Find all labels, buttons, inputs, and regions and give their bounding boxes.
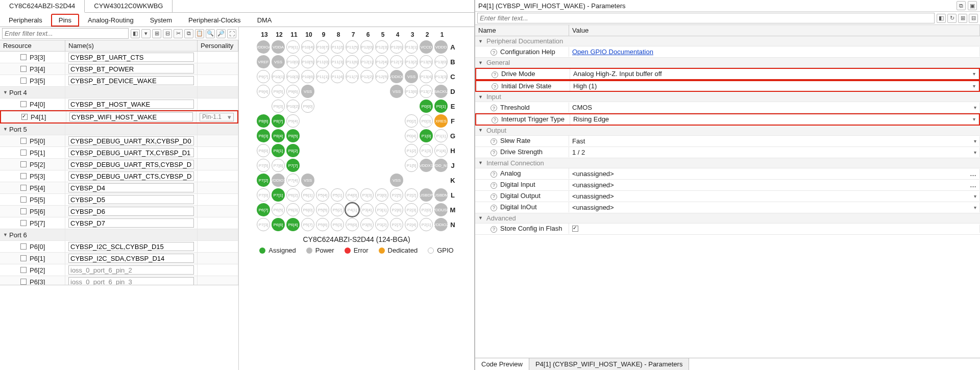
bga-pad[interactable]: P10[5] [301,55,314,68]
bga-pad[interactable]: P13[6] [405,85,418,98]
pin-personality[interactable] [198,194,238,205]
bga-pad[interactable]: P3[5] [360,218,374,231]
bga-pad[interactable]: P1[5] [405,159,418,172]
bga-pad[interactable]: P11[7] [346,70,359,83]
pin-resource[interactable]: P6[1] [0,253,65,264]
pin-name-cell[interactable] [65,182,198,193]
bga-pad[interactable]: P7[7] [286,159,300,172]
bga-pad[interactable]: VSS [301,174,314,187]
bga-pad[interactable]: P5[5] [316,203,329,216]
bga-pad[interactable]: P7[5] [257,159,270,172]
device-tab[interactable]: CYW43012C0WKWBG [85,0,173,12]
bga-pad[interactable]: P2[2] [405,188,418,202]
cat-tab-pins[interactable]: Pins [51,14,79,27]
pin-name-cell[interactable] [65,264,198,276]
pin-personality[interactable] [198,217,238,229]
pin-personality[interactable] [198,52,238,63]
pin-resource[interactable]: P6[2] [0,264,65,276]
zoom-out-icon[interactable]: 🔎 [216,29,226,38]
pin-name-cell[interactable] [65,253,198,264]
bga-pad[interactable]: P9[3] [272,100,285,113]
bga-pad[interactable]: P2[3] [405,203,418,216]
param-value[interactable]: <unassigned>▾ [569,191,980,201]
pin-name-cell[interactable] [65,75,198,86]
pin-personality[interactable] [198,159,238,170]
bga-pad[interactable]: VSS [405,70,418,83]
bga-pad[interactable]: VBACKUP [434,85,448,98]
cat-tab-peripherals[interactable]: Peripherals [1,14,50,27]
maximize-icon[interactable]: ⧉ [957,1,966,10]
param-group[interactable]: ▼Output [475,126,980,136]
pin-resource[interactable]: P5[6] [0,206,65,217]
restore-icon[interactable]: ▣ [968,1,977,10]
pin-resource[interactable]: P5[2] [0,159,65,170]
bga-pad[interactable]: VDD_NS [434,159,448,172]
bga-pad[interactable]: VSS [390,85,403,98]
bga-pad[interactable]: P7[2] [257,174,270,187]
bga-pad[interactable]: VREF [257,55,270,68]
pin-personality[interactable] [198,75,238,86]
pin-resource[interactable]: P5[5] [0,194,65,205]
chevron-down-icon[interactable]: ▾ [973,116,975,122]
pin-resource[interactable]: P4[0] [0,98,65,110]
pin-resource[interactable]: P3[3] [0,52,65,63]
bga-pad[interactable]: P9[6] [286,85,300,98]
col-resource[interactable]: Resource [0,40,65,51]
param-value[interactable]: High (1)▾ [570,81,979,91]
bga-pad[interactable]: P2[4] [405,218,418,231]
cat-tab-peripheral-clocks[interactable]: Peripheral-Clocks [181,14,249,27]
bga-pad[interactable]: P12[5] [375,70,388,83]
bga-pad[interactable]: P3[2] [375,218,388,231]
chevron-down-icon[interactable]: ▾ [973,71,975,77]
param-value[interactable]: Analog High-Z. Input buffer off▾ [570,69,979,79]
bga-pad[interactable]: P9[1] [286,40,300,54]
bga-pad[interactable]: VDDIOA [257,40,270,54]
chevron-down-icon[interactable]: ▾ [974,205,976,210]
cat-tab-analog-routing[interactable]: Analog-Routing [80,14,141,27]
bga-pad[interactable]: P11[1] [316,70,329,83]
bga-pad[interactable]: P13[2] [405,55,418,68]
bga-pad[interactable]: P4[1] [346,203,359,216]
param-filter-input[interactable] [477,13,935,23]
bga-pad[interactable]: P7[0] [257,188,270,202]
eraser-icon[interactable]: ◧ [131,29,140,38]
chevron-down-icon[interactable]: ▾ [974,150,976,155]
pin-name-cell[interactable] [65,170,198,182]
bga-pad[interactable]: P9[0] [301,100,314,113]
bga-pad[interactable]: VDDD [434,40,448,54]
pin-name-cell[interactable] [65,159,198,170]
param-group[interactable]: ▼General [475,58,980,68]
param-value[interactable]: <unassigned>… [569,169,980,179]
bga-pad[interactable]: P5[7] [301,218,314,231]
bga-pad[interactable]: VDDIO2 [434,218,448,231]
pin-resource[interactable]: P3[4] [0,63,65,75]
bga-pad[interactable]: P5[0] [346,218,359,231]
pin-personality[interactable] [198,241,238,252]
bga-pad[interactable]: VDDUSB [434,203,448,216]
pin-personality[interactable] [198,182,238,193]
pin-name-cell[interactable] [65,52,198,63]
col-name[interactable]: Name(s) [65,40,198,51]
param-group[interactable]: ▼Advanced [475,213,980,224]
bga-pad[interactable]: P11[5] [346,40,359,54]
pin-filter-input[interactable] [2,28,129,39]
param-collapse-icon[interactable]: ⊟ [969,14,978,23]
bga-pad[interactable]: VCCD [420,40,433,54]
bga-pad[interactable]: P13[3] [434,70,448,83]
param-group[interactable]: ▼Peripheral Documentation [475,36,980,46]
param-value[interactable]: <unassigned>▾ [569,203,980,212]
pin-name-cell[interactable] [65,135,198,146]
chevron-down-icon[interactable]: ▾ [974,138,976,144]
bga-pad[interactable]: P9[7] [257,70,270,83]
bga-pad[interactable]: P7[1] [272,188,285,202]
bga-pad[interactable]: P2[1] [420,218,433,231]
bga-pad[interactable]: P12[7] [390,55,403,68]
bga-pad[interactable]: P8[3] [257,129,270,142]
bga-pad[interactable]: P13[5] [420,55,433,68]
port-group[interactable]: ▼Port 5 [0,124,65,135]
bga-pad[interactable]: P6[6] [272,218,285,231]
param-value[interactable]: Rising Edge▾ [570,114,979,124]
device-tab[interactable]: CY8C624ABZI-S2D44 [0,0,85,13]
bga-pad[interactable]: P6[2] [286,188,300,202]
bga-pad[interactable]: P12[6] [390,40,403,54]
